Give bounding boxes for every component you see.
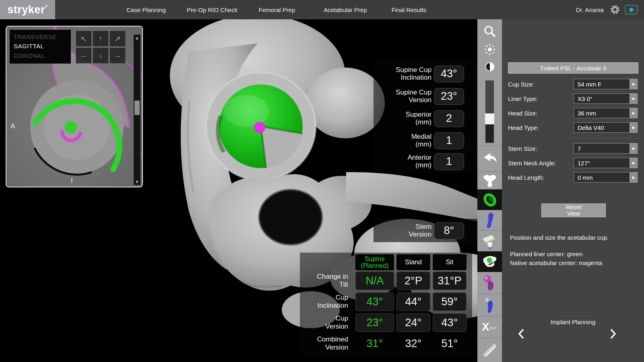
panel-divider <box>502 316 644 317</box>
medial-mm-value: 1 <box>434 132 464 149</box>
pan-arrow-pad: ↖ ↑ ↗ ← ↓ → <box>76 31 126 64</box>
head-length-dropdown[interactable]: 0 mm <box>574 172 630 183</box>
orientation-sagittal[interactable]: SAGITTAL <box>14 41 67 51</box>
pan-left-icon[interactable]: ← <box>76 47 92 64</box>
head-length-dropdown-arrow-icon[interactable]: ▶ <box>630 172 638 183</box>
cup-size-dropdown-arrow-icon[interactable]: ▶ <box>630 79 638 89</box>
orientation-selector[interactable]: TRANSVERSE SAGITTAL CORONAL <box>10 30 71 64</box>
head-length-label: Head Length: <box>508 174 544 181</box>
slice-scrollbar[interactable]: ▲ ▼ <box>134 35 140 185</box>
acetabular-cup-tool-button[interactable] <box>477 189 502 210</box>
legend-planned-liner: Planned liner center: green <box>510 251 582 257</box>
stem-size-label: Stem Size: <box>508 145 537 152</box>
reset-view-button[interactable]: Reset View <box>541 204 606 217</box>
pan-up-left-icon[interactable]: ↖ <box>76 31 92 47</box>
cup-cross-section-tool-button[interactable] <box>477 251 502 272</box>
zoom-tool-button[interactable] <box>477 23 502 41</box>
head-size-field: Head Size: 36 mm ▶ <box>502 108 644 118</box>
combined-version-planned: 31° <box>355 337 394 350</box>
stem-version-panel: StemVersion 8° <box>374 219 477 242</box>
settings-gear-icon[interactable] <box>609 4 621 15</box>
pan-up-icon[interactable]: ↑ <box>93 31 109 47</box>
femoral-stem-tool-button[interactable] <box>477 210 502 230</box>
head-type-field: Head Type: Delta V40 ▶ <box>502 122 644 133</box>
stem-neck-angle-field: Stem Neck Angle: 127° ▶ <box>502 158 644 168</box>
tab-pre-op-rio-check[interactable]: Pre-Op RIO Check <box>187 0 237 19</box>
tab-case-planning[interactable]: Case Planning <box>126 0 166 19</box>
supine-cup-version-label: Supine CupVersion <box>396 88 431 104</box>
cup-reamer-tool-button[interactable] <box>477 230 502 251</box>
cup-size-dropdown[interactable]: 54 mm F <box>574 79 630 89</box>
app-window: stryker® Case Planning Pre-Op RIO Check … <box>0 0 644 362</box>
liner-type-field: Liner Type: X3 0° ▶ <box>502 93 644 104</box>
slider-handle[interactable] <box>485 113 494 124</box>
scrollbar-track[interactable] <box>134 41 140 179</box>
stem-size-dropdown-arrow-icon[interactable]: ▶ <box>630 143 638 154</box>
camera-icon[interactable] <box>625 5 638 14</box>
pan-right-icon[interactable]: → <box>109 47 126 64</box>
xray-icon: X <box>482 322 489 333</box>
implant-system-button[interactable]: Trident PSL - Accolade II <box>508 62 638 74</box>
scrollbar-thumb[interactable] <box>134 101 140 115</box>
reset-view-line1: Reset <box>566 204 581 211</box>
table-row-change-in-tilt: Change inTilt N/A 2°P 31°P <box>300 270 472 291</box>
stem-size-field: Stem Size: 7 ▶ <box>502 143 644 154</box>
orientation-coronal[interactable]: CORONAL <box>14 51 67 60</box>
stem-version-label: StemVersion <box>409 223 431 239</box>
ruler-tool-button[interactable] <box>477 338 502 362</box>
window-level-slider[interactable] <box>485 80 494 143</box>
stem-neck-angle-dropdown-arrow-icon[interactable]: ▶ <box>630 158 638 168</box>
contrast-icon <box>482 59 497 74</box>
orientation-transverse[interactable]: TRANSVERSE <box>14 32 67 41</box>
column-header-sit: Sit <box>433 254 466 270</box>
pose-comparison-table: Supine(Planned) Stand Sit Change inTilt … <box>300 253 472 356</box>
scroll-down-icon[interactable]: ▼ <box>135 179 139 185</box>
stem-neck-angle-dropdown[interactable]: 127° <box>574 158 630 168</box>
pan-down-icon[interactable]: ↓ <box>93 47 109 64</box>
view-toolbar: X RAY <box>477 19 502 362</box>
femoral-head-tool-button[interactable] <box>477 294 502 316</box>
change-in-tilt-stand: 2°P <box>396 272 430 290</box>
inferior-label: I <box>71 177 73 185</box>
pelvis-view-button[interactable] <box>477 171 502 189</box>
table-row-cup-version: CupVersion 23° 24° 43° <box>300 312 472 333</box>
tab-acetabular-prep[interactable]: Acetabular Prep <box>324 0 367 19</box>
reset-view-line2: View <box>567 210 580 217</box>
zoom-icon <box>482 24 498 40</box>
top-bar: stryker® Case Planning Pre-Op RIO Check … <box>0 0 644 19</box>
user-name: Dr. Anania <box>576 0 604 19</box>
pelvis-cross-section-icon <box>481 253 498 270</box>
pelvis-icon <box>482 173 498 188</box>
liner-type-dropdown[interactable]: X3 0° <box>574 93 630 104</box>
ruler-icon <box>481 341 499 360</box>
liner-type-dropdown-arrow-icon[interactable]: ▶ <box>630 93 638 104</box>
contrast-button[interactable] <box>477 58 502 76</box>
cup-version-stand: 24° <box>396 313 430 332</box>
head-size-dropdown-arrow-icon[interactable]: ▶ <box>630 108 638 118</box>
next-stage-button[interactable] <box>606 327 620 341</box>
cup-measurements-panel: Supine CupInclination 43° Supine CupVers… <box>374 60 477 172</box>
anterior-label: A <box>10 122 15 130</box>
cup-version-planned: 23° <box>355 313 394 332</box>
tab-femoral-prep[interactable]: Femoral Prep <box>259 0 295 19</box>
ct-slice-viewer[interactable]: TRANSVERSE SAGITTAL CORONAL ↖ ↑ ↗ ← ↓ → … <box>6 26 143 187</box>
stem-size-dropdown[interactable]: 7 <box>574 143 630 154</box>
acetabular-cup-icon <box>481 191 498 208</box>
scroll-up-icon[interactable]: ▲ <box>135 35 139 41</box>
head-type-dropdown-arrow-icon[interactable]: ▶ <box>630 122 638 133</box>
head-size-dropdown[interactable]: 36 mm <box>574 108 630 118</box>
xray-icon-label: RAY <box>489 326 497 330</box>
previous-stage-button[interactable] <box>514 327 528 341</box>
brightness-button[interactable] <box>477 41 502 58</box>
stryker-logo-text: stryker <box>7 4 45 16</box>
superior-mm-label: Superior(mm) <box>406 111 431 126</box>
chevron-right-icon <box>609 329 617 339</box>
undo-button[interactable] <box>477 146 502 171</box>
anterior-mm-label: Anterior(mm) <box>407 154 431 169</box>
proximal-femur-tool-button[interactable] <box>477 272 502 294</box>
tab-final-results[interactable]: Final Results <box>392 0 427 19</box>
xray-view-button[interactable]: X RAY <box>477 316 502 338</box>
head-type-dropdown[interactable]: Delta V40 <box>574 122 630 133</box>
pan-up-right-icon[interactable]: ↗ <box>109 31 126 47</box>
stem-neck-angle-label: Stem Neck Angle: <box>508 160 556 167</box>
